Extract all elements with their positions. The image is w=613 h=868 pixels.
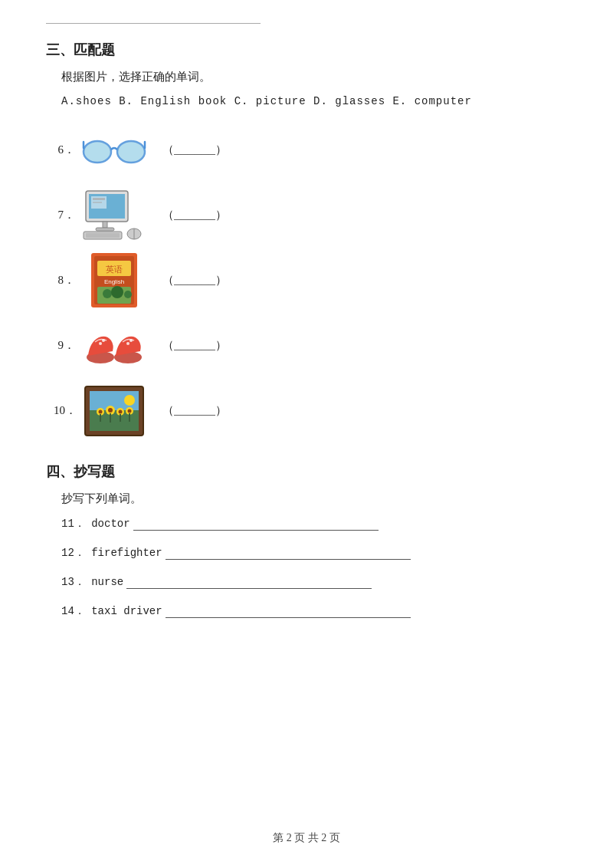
svg-point-26 <box>99 342 102 345</box>
match-item-7: 7． （______） <box>54 186 567 244</box>
copy-line-11 <box>133 530 379 531</box>
svg-rect-39 <box>110 413 111 422</box>
top-divider <box>46 23 261 24</box>
svg-point-24 <box>124 291 132 298</box>
item-number-7: 7． <box>54 208 75 222</box>
item-image-6 <box>80 121 149 179</box>
svg-point-23 <box>111 286 123 298</box>
copy-line-14 <box>166 617 411 618</box>
svg-point-27 <box>102 339 105 342</box>
svg-rect-37 <box>100 414 101 422</box>
match-item-10: 10． （______） <box>54 382 567 439</box>
match-item-6: 6． （______） <box>54 121 567 179</box>
section3-title: 三、匹配题 <box>46 41 567 59</box>
item-blank-7: （______） <box>162 208 227 222</box>
svg-rect-13 <box>86 233 120 238</box>
page-footer: 第 2 页 共 2 页 <box>0 831 613 845</box>
section3-instruction: 根据图片，选择正确的单词。 <box>61 70 567 84</box>
section4-instruction: 抄写下列单词。 <box>61 492 567 506</box>
copy-number-12: 12． <box>61 547 85 559</box>
svg-point-45 <box>108 408 113 413</box>
copy-word-14: taxi driver <box>91 605 162 617</box>
match-item-8: 8． 英语 English （______） <box>54 252 567 309</box>
item-number-9: 9． <box>54 338 75 353</box>
svg-text:English: English <box>104 278 124 285</box>
copy-number-14: 14． <box>61 605 85 617</box>
copy-number-13: 13． <box>61 576 85 588</box>
svg-rect-9 <box>93 202 102 203</box>
copy-item-13: 13． nurse <box>61 575 567 589</box>
copy-item-12: 12． firefighter <box>61 546 567 560</box>
copy-word-11: doctor <box>91 518 129 530</box>
item-number-10: 10． <box>54 403 75 418</box>
match-item-9: 9． （______） <box>54 317 567 374</box>
svg-point-22 <box>103 289 112 298</box>
item-blank-8: （______） <box>162 273 227 288</box>
svg-point-30 <box>129 339 133 342</box>
svg-rect-41 <box>120 414 121 422</box>
item-image-8: 英语 English <box>80 252 149 309</box>
item-image-7 <box>80 186 149 244</box>
svg-rect-8 <box>93 198 105 200</box>
svg-point-44 <box>99 409 103 413</box>
item-number-8: 8． <box>54 273 75 288</box>
svg-rect-11 <box>96 228 114 231</box>
svg-point-0 <box>84 141 111 163</box>
copy-item-14: 14． taxi driver <box>61 604 567 618</box>
svg-rect-43 <box>129 413 130 422</box>
copy-line-13 <box>126 588 372 589</box>
section4-title: 四、抄写题 <box>46 462 567 481</box>
copy-word-12: firefighter <box>91 547 162 559</box>
svg-rect-10 <box>103 222 107 228</box>
word-options: A.shoes B. English book C. picture D. gl… <box>61 95 567 107</box>
section4: 四、抄写题 抄写下列单词。 11． doctor 12． firefighter… <box>46 462 567 618</box>
copy-line-12 <box>166 559 411 560</box>
footer-text: 第 2 页 共 2 页 <box>273 832 340 843</box>
svg-text:英语: 英语 <box>106 265 123 274</box>
item-blank-10: （______） <box>162 403 227 418</box>
copy-item-11: 11． doctor <box>61 517 567 531</box>
copy-number-11: 11． <box>61 518 85 530</box>
item-image-9 <box>80 317 149 374</box>
svg-point-29 <box>126 342 129 345</box>
item-image-10 <box>80 382 149 439</box>
svg-point-1 <box>117 141 145 163</box>
svg-point-47 <box>128 409 132 413</box>
item-blank-6: （______） <box>162 143 227 157</box>
svg-point-34 <box>124 395 135 406</box>
copy-word-13: nurse <box>91 576 123 588</box>
item-blank-9: （______） <box>162 338 227 353</box>
item-number-6: 6． <box>54 143 75 157</box>
svg-point-46 <box>119 409 123 413</box>
